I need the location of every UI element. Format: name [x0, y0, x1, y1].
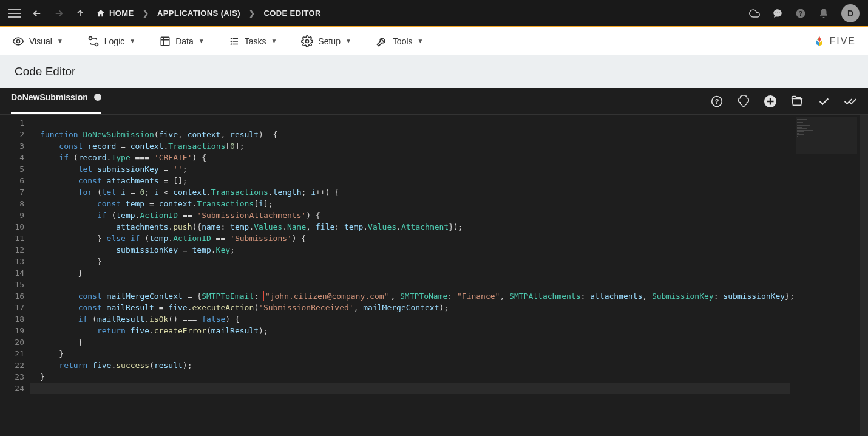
- menu-tools[interactable]: Tools▼: [376, 35, 424, 47]
- menu-tasks[interactable]: Tasks▼: [229, 36, 277, 47]
- menu-tools-label: Tools: [393, 36, 413, 46]
- scrollbar-vertical[interactable]: [860, 115, 868, 436]
- menu-logic-label: Logic: [104, 36, 124, 46]
- chat-icon[interactable]: [772, 8, 783, 19]
- breadcrumb: HOME ❯ APPLICATIONS (AIS) ❯ CODE EDITOR: [96, 9, 321, 18]
- brand-text: FIVE: [829, 36, 856, 47]
- svg-point-2: [779, 12, 780, 13]
- svg-point-6: [89, 36, 92, 39]
- breadcrumb-home-label: HOME: [109, 9, 134, 18]
- breadcrumb-code-editor[interactable]: CODE EDITOR: [263, 9, 320, 18]
- svg-text:?: ?: [799, 9, 802, 16]
- ai-icon[interactable]: [737, 95, 750, 108]
- back-button[interactable]: [32, 8, 42, 19]
- brand-logo: FIVE: [813, 35, 856, 47]
- svg-point-0: [775, 12, 776, 13]
- svg-text:?: ?: [715, 98, 719, 105]
- menu-setup[interactable]: Setup▼: [301, 35, 351, 47]
- minimap[interactable]: ▬▬▬▬▬▬▬▬▬▬▬▬▬▬▬▬▬▬▬▬▬▬▬▬▬▬▬▬▬▬▬▬▬▬▬▬▬▬▬▬…: [793, 115, 860, 436]
- up-button[interactable]: [75, 9, 85, 18]
- forward-button: [53, 8, 64, 19]
- svg-rect-8: [161, 37, 169, 46]
- menu-data-label: Data: [175, 36, 194, 46]
- menu-data[interactable]: Data▼: [160, 36, 204, 47]
- breadcrumb-home[interactable]: HOME: [96, 9, 134, 18]
- line-gutter: 123456789101112131415161718192021222324: [0, 115, 30, 436]
- chevron-right-icon: ❯: [249, 9, 255, 18]
- add-icon[interactable]: [764, 95, 777, 108]
- menu-setup-label: Setup: [318, 36, 341, 46]
- editor-tab[interactable]: DoNewSubmission: [11, 87, 101, 114]
- title-bar: Code Editor: [0, 55, 868, 88]
- menu-bar: Visual▼ Logic▼ Data▼ Tasks▼ Setup▼ Tools…: [0, 27, 868, 55]
- menu-tasks-label: Tasks: [245, 36, 266, 46]
- tab-label: DoNewSubmission: [11, 92, 88, 102]
- editor-body: 123456789101112131415161718192021222324 …: [0, 115, 868, 436]
- menu-visual-label: Visual: [29, 36, 52, 46]
- hint-icon[interactable]: ?: [710, 95, 724, 108]
- menu-logic[interactable]: Logic▼: [87, 35, 135, 47]
- hamburger-icon[interactable]: [8, 9, 21, 18]
- chevron-right-icon: ❯: [143, 9, 149, 18]
- help-icon[interactable]: ?: [795, 8, 806, 19]
- cloud-icon[interactable]: [749, 8, 760, 19]
- bell-icon[interactable]: [818, 8, 829, 19]
- menu-visual[interactable]: Visual▼: [12, 35, 63, 47]
- breadcrumb-applications[interactable]: APPLICATIONS (AIS): [157, 9, 240, 18]
- top-bar: HOME ❯ APPLICATIONS (AIS) ❯ CODE EDITOR …: [0, 0, 868, 27]
- check-all-icon[interactable]: [844, 95, 857, 108]
- unsaved-dot-icon: [94, 94, 101, 101]
- editor-header: DoNewSubmission ?: [0, 88, 868, 115]
- svg-point-9: [306, 39, 309, 43]
- avatar[interactable]: D: [841, 4, 860, 22]
- check-icon[interactable]: [817, 95, 830, 108]
- minimap-thumb: ▬▬▬▬▬▬▬▬▬▬▬▬▬▬▬▬▬▬▬▬▬▬▬▬▬▬▬▬▬▬▬▬▬▬▬▬▬▬▬▬…: [796, 117, 857, 154]
- svg-point-1: [777, 12, 778, 13]
- page-title: Code Editor: [15, 65, 75, 78]
- svg-point-5: [17, 39, 20, 43]
- svg-point-7: [95, 43, 98, 46]
- open-folder-icon[interactable]: [790, 95, 804, 108]
